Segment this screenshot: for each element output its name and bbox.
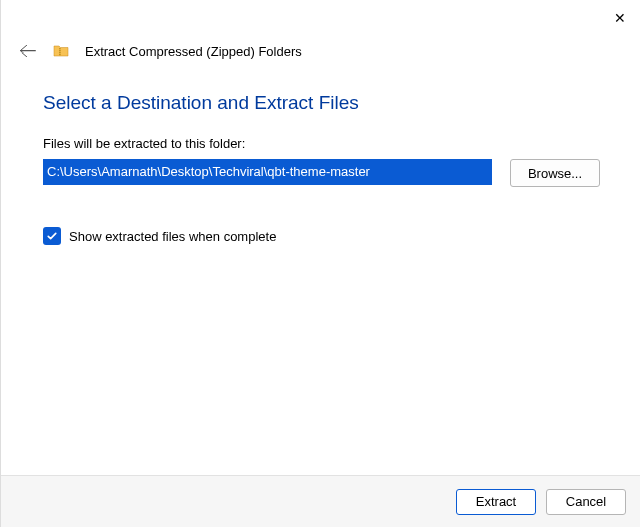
zipped-folder-icon [53, 43, 69, 59]
destination-label: Files will be extracted to this folder: [43, 136, 600, 151]
page-heading: Select a Destination and Extract Files [43, 92, 600, 114]
destination-row: C:\Users\Amarnath\Desktop\Techviral\qbt-… [43, 159, 600, 187]
extract-button[interactable]: Extract [456, 489, 536, 515]
close-icon[interactable]: ✕ [614, 11, 626, 25]
title-bar: ✕ [1, 0, 640, 36]
svg-rect-1 [59, 48, 60, 49]
wizard-title: Extract Compressed (Zipped) Folders [85, 44, 302, 59]
content-area: Select a Destination and Extract Files F… [1, 66, 640, 245]
back-arrow-icon[interactable]: 🡠 [19, 41, 37, 62]
wizard-header: 🡠 Extract Compressed (Zipped) Folders [1, 36, 640, 66]
svg-rect-2 [59, 50, 60, 51]
destination-path-value: C:\Users\Amarnath\Desktop\Techviral\qbt-… [47, 164, 370, 179]
show-extracted-label: Show extracted files when complete [69, 229, 276, 244]
browse-button[interactable]: Browse... [510, 159, 600, 187]
show-extracted-checkbox[interactable] [43, 227, 61, 245]
checkmark-icon [46, 230, 58, 242]
show-extracted-row: Show extracted files when complete [43, 227, 600, 245]
destination-path-input[interactable]: C:\Users\Amarnath\Desktop\Techviral\qbt-… [43, 159, 492, 185]
dialog-footer: Extract Cancel [1, 475, 640, 527]
svg-rect-4 [59, 54, 60, 55]
cancel-button[interactable]: Cancel [546, 489, 626, 515]
svg-rect-3 [59, 52, 60, 53]
